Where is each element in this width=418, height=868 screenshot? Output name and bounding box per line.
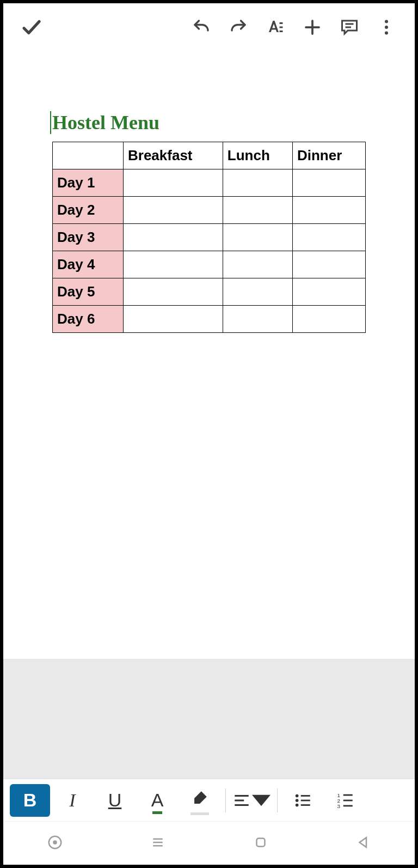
table-cell[interactable] bbox=[292, 169, 365, 197]
table-cell[interactable] bbox=[223, 169, 292, 197]
table-header-lunch[interactable]: Lunch bbox=[223, 142, 292, 169]
document-canvas[interactable]: Hostel Menu Breakfast Lunch Dinner Day 1… bbox=[3, 51, 415, 333]
table-cell[interactable] bbox=[124, 251, 223, 278]
insert-button[interactable] bbox=[294, 9, 331, 46]
svg-point-16 bbox=[296, 799, 299, 802]
more-menu-button[interactable] bbox=[368, 9, 405, 46]
done-check-button[interactable] bbox=[13, 9, 50, 46]
table-cell[interactable] bbox=[223, 224, 292, 251]
table-cell[interactable] bbox=[124, 278, 223, 306]
system-nav-bar bbox=[3, 821, 415, 865]
table-header-dinner[interactable]: Dinner bbox=[292, 142, 365, 169]
underline-button[interactable]: U bbox=[95, 784, 135, 817]
numbered-list-button[interactable]: 123 bbox=[325, 784, 366, 817]
table-cell[interactable] bbox=[292, 278, 365, 306]
table-row[interactable]: Day 5 bbox=[53, 278, 366, 306]
table-row[interactable]: Day 2 bbox=[53, 197, 366, 224]
table-row-label[interactable]: Day 1 bbox=[53, 169, 124, 197]
nav-back-icon[interactable] bbox=[355, 834, 372, 853]
comment-button[interactable] bbox=[331, 9, 368, 46]
table-row-label[interactable]: Day 3 bbox=[53, 224, 124, 251]
svg-rect-19 bbox=[301, 804, 310, 806]
table-cell[interactable] bbox=[292, 306, 365, 333]
table-cell[interactable] bbox=[124, 224, 223, 251]
svg-marker-13 bbox=[252, 794, 271, 805]
table-cell[interactable] bbox=[223, 197, 292, 224]
top-toolbar bbox=[3, 3, 415, 51]
highlight-button[interactable] bbox=[180, 784, 220, 817]
table-row-label[interactable]: Day 5 bbox=[53, 278, 124, 306]
svg-rect-0 bbox=[280, 22, 283, 24]
svg-rect-23 bbox=[343, 799, 353, 801]
svg-text:3: 3 bbox=[337, 803, 340, 809]
table-row[interactable]: Day 3 bbox=[53, 224, 366, 251]
svg-rect-21 bbox=[343, 794, 353, 796]
svg-rect-31 bbox=[256, 838, 265, 846]
svg-point-8 bbox=[385, 26, 388, 29]
table-header-breakfast[interactable]: Breakfast bbox=[124, 142, 223, 169]
highlight-icon bbox=[190, 789, 209, 812]
svg-rect-25 bbox=[343, 805, 353, 806]
nav-home-icon[interactable] bbox=[253, 834, 269, 853]
table-cell[interactable] bbox=[124, 306, 223, 333]
bullet-list-button[interactable] bbox=[283, 784, 323, 817]
svg-rect-15 bbox=[301, 795, 310, 797]
redo-button[interactable] bbox=[220, 9, 257, 46]
document-title[interactable]: Hostel Menu bbox=[50, 111, 366, 134]
text-format-button[interactable] bbox=[257, 9, 294, 46]
table-cell[interactable] bbox=[292, 224, 365, 251]
nav-circle-dot-icon[interactable] bbox=[47, 834, 63, 853]
text-color-button[interactable]: A bbox=[137, 784, 177, 817]
text-color-label: A bbox=[151, 790, 164, 811]
table-row[interactable]: Day 1 bbox=[53, 169, 366, 197]
table-cell[interactable] bbox=[292, 197, 365, 224]
nav-recents-icon[interactable] bbox=[150, 834, 166, 853]
svg-point-9 bbox=[385, 32, 388, 35]
table-header-blank[interactable] bbox=[53, 142, 124, 169]
svg-rect-1 bbox=[280, 27, 283, 28]
table-row-label[interactable]: Day 2 bbox=[53, 197, 124, 224]
toolbar-separator bbox=[225, 788, 226, 812]
menu-table[interactable]: Breakfast Lunch Dinner Day 1Day 2Day 3Da… bbox=[52, 142, 366, 333]
svg-rect-17 bbox=[301, 799, 310, 801]
undo-button[interactable] bbox=[183, 9, 220, 46]
align-button[interactable] bbox=[231, 784, 272, 817]
table-cell[interactable] bbox=[292, 251, 365, 278]
italic-button[interactable]: I bbox=[52, 784, 93, 817]
toolbar-separator bbox=[277, 788, 278, 812]
grey-input-panel bbox=[3, 659, 415, 779]
chevron-down-icon bbox=[252, 791, 271, 810]
table-row[interactable]: Day 4 bbox=[53, 251, 366, 278]
bold-button[interactable]: B bbox=[10, 784, 50, 817]
svg-point-7 bbox=[385, 20, 388, 23]
table-cell[interactable] bbox=[223, 306, 292, 333]
svg-point-18 bbox=[296, 803, 299, 806]
table-row-label[interactable]: Day 6 bbox=[53, 306, 124, 333]
svg-point-27 bbox=[53, 841, 56, 843]
svg-rect-2 bbox=[280, 31, 283, 32]
table-row[interactable]: Day 6 bbox=[53, 306, 366, 333]
svg-point-14 bbox=[296, 794, 299, 797]
formatting-toolbar: B I U A 123 bbox=[3, 779, 415, 821]
svg-marker-32 bbox=[359, 837, 366, 847]
table-row-label[interactable]: Day 4 bbox=[53, 251, 124, 278]
table-cell[interactable] bbox=[223, 278, 292, 306]
table-cell[interactable] bbox=[223, 251, 292, 278]
table-header-row[interactable]: Breakfast Lunch Dinner bbox=[53, 142, 366, 169]
table-cell[interactable] bbox=[124, 197, 223, 224]
table-cell[interactable] bbox=[124, 169, 223, 197]
